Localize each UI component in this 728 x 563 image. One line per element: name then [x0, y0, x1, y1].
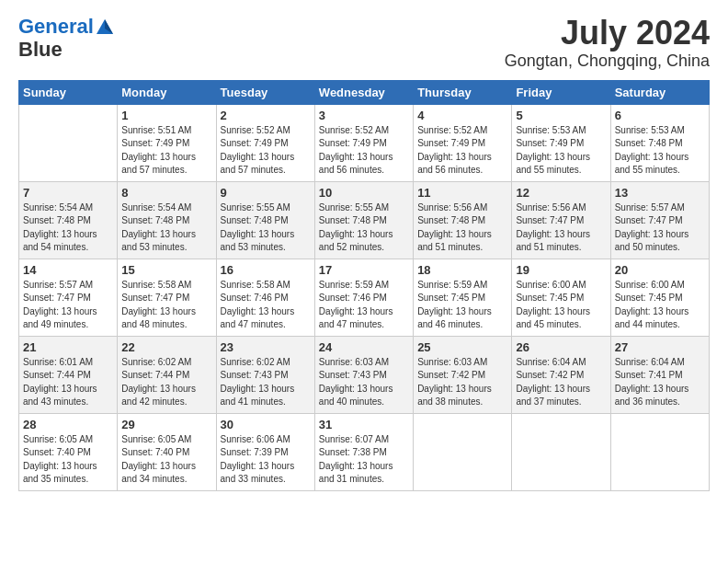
calendar-cell: 10Sunrise: 5:55 AMSunset: 7:48 PMDayligh…	[314, 181, 413, 259]
day-number: 6	[615, 109, 705, 122]
day-info: Sunrise: 5:55 AMSunset: 7:48 PMDaylight:…	[221, 201, 311, 255]
calendar-cell: 2Sunrise: 5:52 AMSunset: 7:49 PMDaylight…	[216, 104, 314, 181]
day-number: 5	[516, 109, 606, 122]
day-info: Sunrise: 6:06 AMSunset: 7:39 PMDaylight:…	[221, 433, 311, 487]
calendar-cell: 29Sunrise: 6:05 AMSunset: 7:40 PMDayligh…	[118, 413, 216, 490]
calendar-week-4: 21Sunrise: 6:01 AMSunset: 7:44 PMDayligh…	[19, 336, 710, 413]
calendar-header-row: Sunday Monday Tuesday Wednesday Thursday…	[19, 80, 710, 104]
day-info: Sunrise: 5:54 AMSunset: 7:48 PMDaylight:…	[121, 201, 211, 255]
day-number: 2	[221, 109, 311, 122]
day-number: 7	[23, 186, 113, 200]
col-tuesday: Tuesday	[216, 80, 314, 104]
calendar-cell: 26Sunrise: 6:04 AMSunset: 7:42 PMDayligh…	[512, 336, 610, 413]
calendar-title: July 2024	[505, 15, 710, 52]
day-number: 25	[417, 340, 507, 354]
day-number: 16	[221, 263, 311, 277]
day-number: 18	[417, 263, 507, 277]
day-number: 3	[319, 109, 409, 122]
day-number: 22	[121, 340, 211, 354]
day-info: Sunrise: 6:01 AMSunset: 7:44 PMDaylight:…	[23, 356, 113, 409]
calendar-cell: 1Sunrise: 5:51 AMSunset: 7:49 PMDaylight…	[118, 104, 216, 181]
day-info: Sunrise: 5:58 AMSunset: 7:47 PMDaylight:…	[121, 279, 211, 332]
calendar-cell	[512, 413, 610, 490]
day-info: Sunrise: 5:57 AMSunset: 7:47 PMDaylight:…	[615, 201, 705, 255]
calendar-cell: 21Sunrise: 6:01 AMSunset: 7:44 PMDayligh…	[19, 336, 118, 413]
day-info: Sunrise: 5:59 AMSunset: 7:45 PMDaylight:…	[417, 279, 507, 332]
calendar-week-5: 28Sunrise: 6:05 AMSunset: 7:40 PMDayligh…	[19, 413, 710, 490]
main-container: General Blue July 2024 Gongtan, Chongqin…	[0, 0, 728, 500]
day-number: 4	[417, 109, 507, 122]
calendar-cell: 23Sunrise: 6:02 AMSunset: 7:43 PMDayligh…	[216, 336, 314, 413]
calendar-cell: 15Sunrise: 5:58 AMSunset: 7:47 PMDayligh…	[118, 259, 216, 336]
calendar-cell	[610, 413, 709, 490]
day-number: 21	[23, 340, 113, 354]
day-number: 9	[221, 186, 311, 200]
calendar-cell: 16Sunrise: 5:58 AMSunset: 7:46 PMDayligh…	[216, 259, 314, 336]
day-number: 31	[319, 418, 409, 431]
calendar-cell: 13Sunrise: 5:57 AMSunset: 7:47 PMDayligh…	[610, 181, 709, 259]
day-number: 10	[319, 186, 409, 200]
calendar-cell: 19Sunrise: 6:00 AMSunset: 7:45 PMDayligh…	[512, 259, 610, 336]
calendar-cell: 20Sunrise: 6:00 AMSunset: 7:45 PMDayligh…	[610, 259, 709, 336]
day-number: 13	[615, 186, 705, 200]
day-info: Sunrise: 5:53 AMSunset: 7:48 PMDaylight:…	[615, 124, 705, 178]
calendar-cell: 25Sunrise: 6:03 AMSunset: 7:42 PMDayligh…	[414, 336, 512, 413]
day-number: 29	[121, 418, 211, 431]
title-block: July 2024 Gongtan, Chongqing, China	[505, 15, 710, 71]
col-saturday: Saturday	[610, 80, 709, 104]
calendar-subtitle: Gongtan, Chongqing, China	[505, 52, 710, 71]
day-info: Sunrise: 6:05 AMSunset: 7:40 PMDaylight:…	[23, 433, 113, 487]
day-info: Sunrise: 6:02 AMSunset: 7:43 PMDaylight:…	[221, 356, 311, 409]
calendar-cell: 14Sunrise: 5:57 AMSunset: 7:47 PMDayligh…	[19, 259, 118, 336]
day-info: Sunrise: 5:56 AMSunset: 7:47 PMDaylight:…	[516, 201, 606, 255]
col-wednesday: Wednesday	[314, 80, 413, 104]
day-info: Sunrise: 5:54 AMSunset: 7:48 PMDaylight:…	[23, 201, 113, 255]
header: General Blue July 2024 Gongtan, Chongqin…	[18, 15, 710, 71]
day-info: Sunrise: 5:52 AMSunset: 7:49 PMDaylight:…	[319, 124, 409, 178]
day-info: Sunrise: 6:03 AMSunset: 7:43 PMDaylight:…	[319, 356, 409, 409]
calendar-week-3: 14Sunrise: 5:57 AMSunset: 7:47 PMDayligh…	[19, 259, 710, 336]
day-info: Sunrise: 6:00 AMSunset: 7:45 PMDaylight:…	[516, 279, 606, 332]
day-info: Sunrise: 6:07 AMSunset: 7:38 PMDaylight:…	[319, 433, 409, 487]
col-monday: Monday	[118, 80, 216, 104]
calendar-cell: 27Sunrise: 6:04 AMSunset: 7:41 PMDayligh…	[610, 336, 709, 413]
day-info: Sunrise: 5:58 AMSunset: 7:46 PMDaylight:…	[221, 279, 311, 332]
col-friday: Friday	[512, 80, 610, 104]
day-info: Sunrise: 6:05 AMSunset: 7:40 PMDaylight:…	[121, 433, 211, 487]
day-number: 28	[23, 418, 113, 431]
day-info: Sunrise: 5:57 AMSunset: 7:47 PMDaylight:…	[23, 279, 113, 332]
day-number: 23	[221, 340, 311, 354]
calendar-cell: 4Sunrise: 5:52 AMSunset: 7:49 PMDaylight…	[414, 104, 512, 181]
day-info: Sunrise: 5:59 AMSunset: 7:46 PMDaylight:…	[319, 279, 409, 332]
calendar-cell: 31Sunrise: 6:07 AMSunset: 7:38 PMDayligh…	[314, 413, 413, 490]
day-number: 14	[23, 263, 113, 277]
day-number: 20	[615, 263, 705, 277]
day-info: Sunrise: 5:52 AMSunset: 7:49 PMDaylight:…	[417, 124, 507, 178]
day-info: Sunrise: 6:04 AMSunset: 7:41 PMDaylight:…	[615, 356, 705, 409]
calendar-cell: 3Sunrise: 5:52 AMSunset: 7:49 PMDaylight…	[314, 104, 413, 181]
calendar-cell: 28Sunrise: 6:05 AMSunset: 7:40 PMDayligh…	[19, 413, 118, 490]
day-number: 27	[615, 340, 705, 354]
logo: General Blue	[18, 15, 115, 62]
day-number: 19	[516, 263, 606, 277]
day-number: 24	[319, 340, 409, 354]
col-sunday: Sunday	[19, 80, 118, 104]
day-info: Sunrise: 5:56 AMSunset: 7:48 PMDaylight:…	[417, 201, 507, 255]
day-number: 17	[319, 263, 409, 277]
calendar-cell: 5Sunrise: 5:53 AMSunset: 7:49 PMDaylight…	[512, 104, 610, 181]
calendar-cell: 18Sunrise: 5:59 AMSunset: 7:45 PMDayligh…	[414, 259, 512, 336]
calendar-cell: 8Sunrise: 5:54 AMSunset: 7:48 PMDaylight…	[118, 181, 216, 259]
calendar-week-1: 1Sunrise: 5:51 AMSunset: 7:49 PMDaylight…	[19, 104, 710, 181]
day-number: 30	[221, 418, 311, 431]
day-info: Sunrise: 6:03 AMSunset: 7:42 PMDaylight:…	[417, 356, 507, 409]
day-number: 11	[417, 186, 507, 200]
day-number: 26	[516, 340, 606, 354]
day-number: 12	[516, 186, 606, 200]
calendar-table: Sunday Monday Tuesday Wednesday Thursday…	[18, 80, 710, 491]
calendar-cell	[19, 104, 118, 181]
day-info: Sunrise: 6:04 AMSunset: 7:42 PMDaylight:…	[516, 356, 606, 409]
calendar-cell: 12Sunrise: 5:56 AMSunset: 7:47 PMDayligh…	[512, 181, 610, 259]
day-number: 8	[121, 186, 211, 200]
day-info: Sunrise: 5:51 AMSunset: 7:49 PMDaylight:…	[121, 124, 211, 178]
calendar-cell: 11Sunrise: 5:56 AMSunset: 7:48 PMDayligh…	[414, 181, 512, 259]
